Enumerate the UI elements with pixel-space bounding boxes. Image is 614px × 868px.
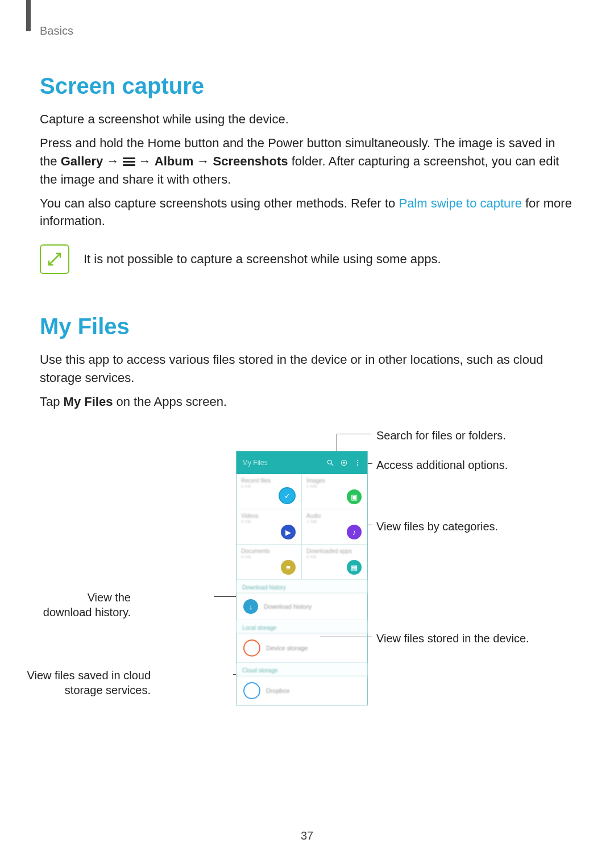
row-device-storage[interactable]: ▯ Device storage [237,634,367,663]
mf-paragraph-1: Use this app to access various files sto… [40,351,574,387]
document-icon: ≡ [281,560,296,575]
tile-images[interactable]: Images 1 MB ▣ [302,474,367,509]
phone-header: My Files [237,451,367,474]
section-cloud-storage: Cloud storage [237,663,367,676]
tile-audio[interactable]: Audio 1 MB ♪ [302,509,367,545]
apps-icon: ▦ [347,560,362,575]
svg-point-4 [357,460,358,461]
download-icon: ↓ [243,599,258,614]
page-number: 37 [0,829,614,842]
tile-videos[interactable]: Videos 0 KB ▶ [237,509,302,545]
image-icon: ▣ [347,489,362,504]
category-grid: Recent files 0 KB ✓ Images 1 MB ▣ Videos… [237,474,367,580]
callout-download-history: View the download history. [40,590,131,620]
svg-point-5 [357,462,358,463]
page-tab-mark [26,0,31,31]
svg-point-3 [343,462,345,463]
device-icon: ▯ [243,639,260,657]
search-icon[interactable] [326,459,334,467]
line [337,434,371,434]
callout-search: Search for files or folders. [376,428,506,443]
phone-mock: My Files Recent files 0 KB ✓ Images 1 MB… [236,451,368,705]
note-icon [40,244,69,274]
heading-screen-capture: Screen capture [40,73,574,99]
mf-paragraph-2: Tap My Files on the Apps screen. [40,393,574,411]
heading-my-files: My Files [40,314,574,339]
tile-documents[interactable]: Documents 0 KB ≡ [237,545,302,580]
sc-paragraph-3: You can also capture screenshots using o… [40,194,574,231]
row-download-history[interactable]: ↓ Download history [237,593,367,620]
section-local-storage: Local storage [237,620,367,634]
palm-swipe-link[interactable]: Palm swipe to capture [399,196,521,210]
callout-categories: View files by categories. [376,519,498,534]
svg-point-0 [327,460,331,464]
note-text: It is not possible to capture a screensh… [84,252,441,267]
svg-line-1 [331,464,334,466]
callout-device: View files stored in the device. [376,631,529,646]
tile-recent-files[interactable]: Recent files 0 KB ✓ [237,474,302,509]
line [214,596,237,597]
video-icon: ▶ [281,525,296,539]
sc-paragraph-1: Capture a screenshot while using the dev… [40,110,574,128]
phone-app-title: My Files [242,459,268,467]
svg-point-6 [357,464,358,466]
dropbox-icon: ⬙ [243,682,260,699]
note-box: It is not possible to capture a screensh… [40,244,574,274]
chapter-label: Basics [40,23,574,39]
recent-icon: ✓ [279,487,296,504]
section-download-history: Download history [237,580,367,593]
my-files-diagram: Search for files or folders. Access addi… [40,428,574,712]
more-icon[interactable] [354,459,362,467]
tile-downloaded-apps[interactable]: Downloaded apps 0 KB ▦ [302,545,367,580]
sc-paragraph-2: Press and hold the Home button and the P… [40,134,574,189]
audio-icon: ♪ [347,525,362,539]
disc-icon[interactable] [340,459,348,467]
callout-options: Access additional options. [376,458,508,472]
hamburger-icon [123,156,135,168]
row-dropbox[interactable]: ⬙ Dropbox [237,676,367,705]
callout-cloud: View files saved in cloud storage servic… [0,668,151,697]
